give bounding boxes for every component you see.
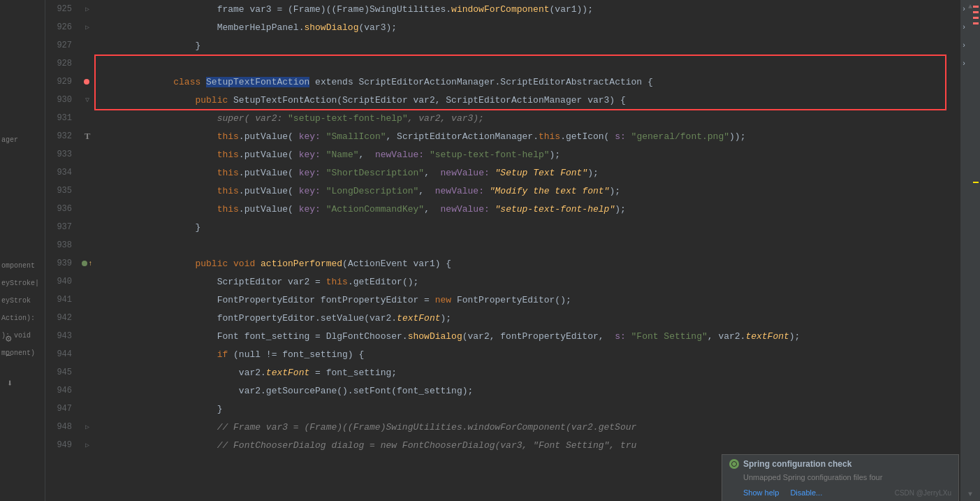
line-number: 946 [45, 386, 80, 395]
code-span: } [152, 41, 200, 51]
code-span: } [152, 222, 200, 233]
fold-arrow[interactable]: ▷ [85, 423, 89, 431]
left-panel-text-ager: ager [1, 136, 18, 144]
left-panel: ager omponent eyStroke| eyStrok Action):… [0, 0, 45, 501]
left-panel-text-component: omponent [1, 262, 35, 270]
csdn-label: CSDN @JerryLXu [895, 489, 951, 497]
exec-dot [82, 261, 87, 266]
disable-link[interactable]: Disable... [790, 488, 822, 497]
line-number: 926 [45, 22, 80, 32]
t-marker: T [85, 131, 91, 142]
line-number: 935 [45, 186, 80, 196]
spring-popup-message: Unmapped Spring configuration files four [722, 473, 958, 486]
fold-arrow[interactable]: ▽ [85, 96, 89, 104]
expand-icon[interactable]: › [962, 42, 966, 50]
left-panel-text-action: Action): [1, 314, 35, 322]
scroll-down-arrow[interactable]: ▼ [968, 491, 972, 498]
line-number: 939 [45, 259, 80, 268]
line-number: 949 [45, 440, 80, 450]
line-gutter: ▷ [80, 441, 94, 449]
table-row: 927 } [45, 36, 960, 55]
line-number: 934 [45, 168, 80, 177]
expand-icon[interactable]: › [962, 24, 966, 31]
scroll-mark [973, 11, 979, 13]
left-panel-text-keystroke1: eyStroke| [1, 279, 39, 287]
line-number: 928 [45, 59, 80, 68]
line-number: 948 [45, 422, 80, 432]
breakpoint-dot[interactable] [84, 79, 89, 85]
line-number: 931 [45, 113, 80, 123]
current-line-mark [973, 182, 979, 183]
scroll-mark [973, 6, 979, 8]
fold-arrow[interactable]: ▷ [85, 5, 89, 13]
line-number: 938 [45, 240, 80, 250]
table-row: 949 ▷ // FontChooserDialog dialog = new … [45, 436, 960, 454]
minus-icon[interactable]: − [6, 350, 11, 361]
line-gutter [80, 79, 94, 85]
expand-icon[interactable]: › [962, 6, 966, 13]
line-number: 941 [45, 295, 80, 305]
line-number: 940 [45, 277, 80, 286]
line-gutter: ↑ [80, 260, 94, 268]
line-gutter: ▷ [80, 23, 94, 31]
code-span: // FontChooserDialog dialog = new FontCh… [152, 440, 636, 451]
scroll-mark [973, 17, 979, 19]
spring-popup-actions: Show help Disable... CSDN @JerryLXu [722, 486, 958, 501]
code-lines: 925 ▷ frame var3 = (Frame)((Frame)SwingU… [45, 0, 960, 501]
editor-container: ager omponent eyStroke| eyStrok Action):… [0, 0, 980, 501]
fold-arrow[interactable]: ▷ [85, 23, 89, 31]
line-number: 937 [45, 222, 80, 232]
scroll-up-arrow[interactable]: ▲ [968, 3, 972, 10]
left-panel-text-keystroke2: eyStrok [1, 297, 31, 305]
exec-arrow: ↑ [88, 260, 92, 268]
code-editor: 925 ▷ frame var3 = (Frame)((Frame)SwingU… [45, 0, 960, 501]
gear-icon[interactable]: ⚙ [6, 333, 11, 344]
spring-icon [729, 459, 739, 469]
spring-popup: Spring configuration check Unmapped Spri… [722, 454, 959, 501]
line-number: 929 [45, 77, 80, 87]
right-scrollbar: ▲ › › › › ▼ [960, 0, 980, 501]
line-gutter: T [80, 131, 94, 142]
line-number: 930 [45, 95, 80, 105]
line-number: 945 [45, 368, 80, 377]
line-number: 933 [45, 150, 80, 159]
line-gutter: ▷ [80, 5, 94, 13]
line-number: 943 [45, 331, 80, 341]
line-number: 944 [45, 349, 80, 359]
spring-popup-header: Spring configuration check [722, 455, 958, 473]
line-gutter: ▷ [80, 423, 94, 431]
show-help-link[interactable]: Show help [743, 488, 779, 497]
line-gutter: ▽ [80, 96, 94, 104]
line-number: 936 [45, 204, 80, 214]
download-icon[interactable]: ⬇ [7, 377, 13, 389]
scroll-mark [973, 22, 979, 24]
table-row: 937 } [45, 218, 960, 236]
line-number: 927 [45, 41, 80, 50]
expand-icon[interactable]: › [962, 60, 966, 68]
line-number: 947 [45, 404, 80, 414]
line-number: 932 [45, 131, 80, 141]
fold-arrow[interactable]: ▷ [85, 441, 89, 449]
line-number: 942 [45, 313, 80, 323]
spring-popup-title: Spring configuration check [743, 459, 851, 469]
line-number: 925 [45, 4, 80, 14]
